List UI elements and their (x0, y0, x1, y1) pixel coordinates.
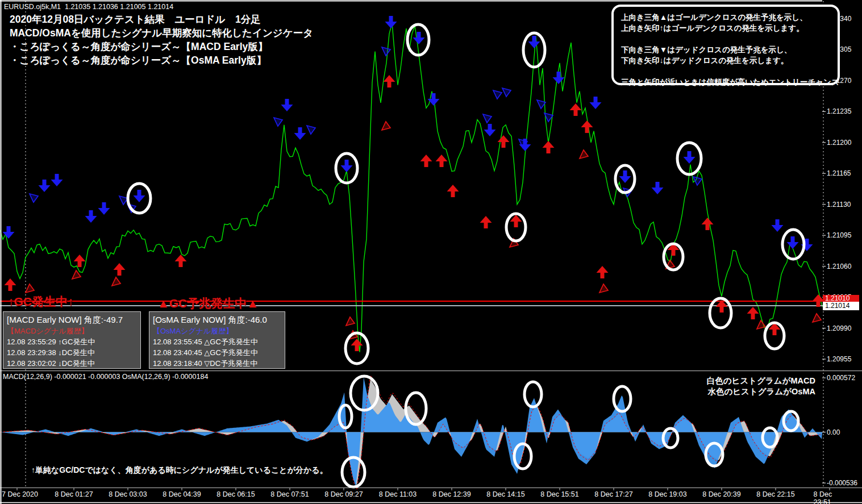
legend-line-4: 下向き三角▼はデッドクロスの発生予兆を示し、 (621, 44, 838, 55)
header-line-2: MACD/OsMAを使用したシグナル早期察知に特化したインジケータ (10, 26, 313, 40)
legend-line-1: 上向き三角▲はゴールデンクロスの発生予兆を示し、 (621, 12, 838, 23)
indicator-axis-label: -0.000536 (827, 479, 857, 487)
legend-line-7: 三角と矢印が近いときは信頼度が高いためエントリーチャンス (621, 77, 838, 88)
signal-legend-box: 上向き三角▲はゴールデンクロスの発生予兆を示し、上向き矢印↑はゴールデンクロスの… (611, 5, 840, 85)
indicator-axis-label: 0.00 (827, 428, 840, 436)
time-axis-label: 8 Dec 22:15 (756, 490, 794, 498)
time-axis-label: 8 Dec 11:03 (379, 490, 417, 498)
time-axis-label: 8 Dec 09:27 (324, 490, 363, 498)
time-axis-label: 8 Dec 07:51 (270, 490, 309, 498)
time-axis-label: 8 Dec 14:15 (486, 490, 524, 498)
histogram-legend-macd: 白色のヒストグラムがMACD (707, 376, 815, 386)
bid-price-tag: 1.21014 (823, 302, 859, 310)
price-axis-label: 1.21060 (827, 263, 851, 270)
time-axis-label: 8 Dec 12:39 (432, 490, 470, 498)
time-axis-label: 8 Dec 23:51 (814, 490, 846, 504)
price-axis-label: 1.21095 (827, 231, 851, 239)
symbol-period-label: EURUSD.oj5k,M1 (4, 3, 61, 11)
header-line-3: ・ころぽっくる～角度が命シリーズ～【MACD Early版】 (10, 40, 313, 53)
time-axis-label: 8 Dec 01:27 (55, 490, 93, 498)
window-title: EURUSD.oj5k,M1 1.21035 1.21036 1.21005 1… (4, 3, 173, 11)
price-axis-label: 1.20955 (827, 355, 851, 363)
time-axis-label: 8 Dec 19:03 (648, 490, 686, 498)
indicator-values-label: MACD(12,26,9) -0.000021 -0.000003 OsMA(1… (3, 373, 208, 381)
time-axis-label: 8 Dec 15:51 (540, 490, 578, 498)
header-line-1: 2020年12月08日バックテスト結果 ユーロドル 1分足 (10, 13, 313, 26)
legend-line-2: 上向き矢印↑はゴールデンクロスの発生を示します。 (621, 23, 838, 34)
legend-line-5: 下向き矢印↓はデッドクロスの発生を示します。 (621, 55, 838, 66)
legend-line-6 (621, 66, 838, 77)
time-axis-label: 8 Dec 17:27 (594, 490, 632, 498)
macd-history-row: 12.08 23:29:38 ↓DC発生中 (7, 347, 137, 358)
legend-line-3 (621, 34, 838, 44)
macd-signal-status-label: ↑GC発生中↑ (8, 294, 74, 310)
osma-history-row: 12.08 23:55:45 △GC予兆発生中 (153, 336, 281, 347)
ohlc-values: 1.21035 1.21036 1.21005 1.21014 (65, 3, 173, 11)
osma-history-row: 12.08 23:40:45 △GC予兆発生中 (153, 347, 281, 358)
bottom-annotation: ↑単純なGC/DCではなく、角度がある時にシグナルが発生していることが分かる。 (31, 465, 328, 476)
time-axis-label: 8 Dec 06:15 (216, 490, 255, 498)
osma-signal-status-label: ▲GC予兆発生中▲ (157, 295, 259, 311)
macd-history-title: 【MACDシグナル履歴】 (7, 326, 137, 336)
macd-history-rows: 12.08 23:55:29 ↑GC発生中12.08 23:29:38 ↓DC発… (7, 336, 137, 369)
macd-history-row: 12.08 23:02:02 ↓DC発生中 (7, 358, 137, 369)
histogram-legend: 白色のヒストグラムがMACD 水色のヒストグラムがOsMA (707, 376, 815, 397)
osma-panel-title: [OsMA Early NOW] 角度:-46.0 (153, 314, 281, 326)
time-axis-label: 7 Dec 2020 (2, 490, 38, 498)
macd-panel-title: [MACD Early NOW] 角度:-49.7 (7, 314, 137, 326)
time-axis-label: 8 Dec 04:39 (163, 490, 201, 498)
backtest-header: 2020年12月08日バックテスト結果 ユーロドル 1分足 MACD/OsMAを… (10, 13, 313, 67)
osma-history-rows: 12.08 23:55:45 △GC予兆発生中12.08 23:40:45 △G… (153, 336, 281, 369)
osma-history-row: 12.08 23:18:40 ▽DC予兆発生中 (153, 358, 281, 369)
osma-early-panel: [OsMA Early NOW] 角度:-46.0 【OsMAシグナル履歴】 1… (149, 311, 285, 369)
header-line-4: ・ころぽっくる～角度が命シリーズ～【OsMA Early版】 (10, 53, 313, 67)
time-axis-label: 8 Dec 03:03 (109, 490, 147, 498)
price-axis-label: 1.21165 (827, 169, 851, 177)
macd-early-panel: [MACD Early NOW] 角度:-49.7 【MACDシグナル履歴】 1… (3, 311, 141, 369)
macd-history-row: 12.08 23:55:29 ↑GC発生中 (7, 336, 137, 347)
indicator-axis-label: 0.000572 (827, 374, 855, 382)
price-axis-label: 1.21200 (827, 139, 851, 147)
price-axis-label: 1.21235 (827, 107, 851, 115)
price-axis-label: 1.21130 (827, 201, 851, 209)
mt4-chart-window: EURUSD.oj5k,M1 1.21035 1.21036 1.21005 1… (0, 0, 862, 504)
osma-history-title: 【OsMAシグナル履歴】 (153, 326, 281, 336)
time-axis-label: 8 Dec 20:39 (702, 490, 740, 498)
histogram-legend-osma: 水色のヒストグラムがOsMA (707, 386, 815, 397)
price-axis-label: 1.20990 (827, 324, 851, 332)
